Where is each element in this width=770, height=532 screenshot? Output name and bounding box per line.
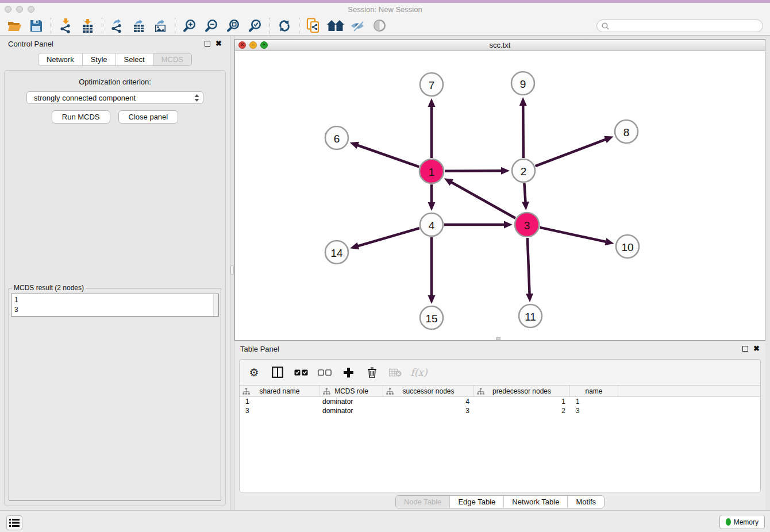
tab-network[interactable]: Network <box>38 53 83 65</box>
table-row[interactable]: 1dominator411 <box>240 397 760 406</box>
column-header-mcds-role[interactable]: MCDS role <box>320 385 383 396</box>
select-all-columns-button[interactable] <box>294 365 309 380</box>
minimize-window-button[interactable] <box>16 6 23 13</box>
zoom-in-button[interactable] <box>179 17 201 34</box>
manage-networks-button[interactable] <box>303 17 325 34</box>
tab-edge-table[interactable]: Edge Table <box>450 496 504 508</box>
node-7[interactable]: 7 <box>420 73 443 96</box>
network-canvas[interactable]: 1234678910111415 <box>235 51 765 340</box>
cell-shared-name[interactable]: 3 <box>240 406 320 415</box>
function-builder-button[interactable]: f(x) <box>411 365 426 380</box>
edge-3-11[interactable] <box>526 238 533 302</box>
network-resize-grip[interactable] <box>496 337 500 340</box>
memory-button[interactable]: Memory <box>719 515 765 529</box>
search-field[interactable] <box>596 20 763 32</box>
node-8[interactable]: 8 <box>615 120 638 143</box>
panel-splitter[interactable] <box>230 36 234 510</box>
deselect-all-columns-button[interactable] <box>317 365 332 380</box>
import-table-button[interactable] <box>76 17 98 34</box>
tab-mcds[interactable]: MCDS <box>153 53 191 65</box>
birdseye-view-button[interactable] <box>368 17 390 34</box>
splitter-grip[interactable] <box>230 265 234 275</box>
edge-4-14[interactable] <box>350 228 419 249</box>
toolbar-separator <box>270 18 270 34</box>
edge-4-3[interactable] <box>444 221 513 229</box>
node-3[interactable]: 3 <box>515 213 539 237</box>
close-window-button[interactable] <box>5 6 11 13</box>
delete-table-button[interactable] <box>388 365 403 380</box>
zoom-window-button[interactable] <box>28 6 34 13</box>
close-panel-button[interactable]: Close panel <box>118 110 179 124</box>
export-image-button[interactable] <box>149 17 171 34</box>
export-network-button[interactable] <box>106 17 128 34</box>
cell-mcds-role[interactable]: dominator <box>320 397 383 406</box>
edge-1-7[interactable] <box>428 98 436 158</box>
table-settings-button[interactable]: ⚙ <box>247 365 261 380</box>
node-9[interactable]: 9 <box>511 72 534 95</box>
float-panel-icon[interactable] <box>205 41 210 47</box>
node-4[interactable]: 4 <box>420 213 443 236</box>
cell-shared-name[interactable]: 1 <box>240 397 320 406</box>
edge-4-15[interactable] <box>428 237 436 304</box>
node-6[interactable]: 6 <box>325 126 348 149</box>
edge-3-1[interactable] <box>444 178 515 218</box>
save-session-button[interactable] <box>25 17 47 34</box>
node-10[interactable]: 10 <box>616 235 639 258</box>
cell-predecessor-nodes[interactable]: 1 <box>474 397 570 406</box>
tab-network-table[interactable]: Network Table <box>504 496 568 508</box>
result-scrollbar[interactable] <box>213 294 218 316</box>
node-11[interactable]: 11 <box>519 304 542 327</box>
cell-name[interactable]: 3 <box>570 406 618 415</box>
node-14[interactable]: 14 <box>325 241 348 264</box>
zoom-out-button[interactable] <box>201 17 222 34</box>
import-network-button[interactable] <box>55 17 76 34</box>
column-header-predecessor-nodes[interactable]: predecessor nodes <box>474 385 570 396</box>
apply-layout-button[interactable] <box>274 17 295 34</box>
node-15[interactable]: 15 <box>420 306 443 329</box>
edge-2-3[interactable] <box>522 183 529 210</box>
cell-successor-nodes[interactable]: 4 <box>383 397 474 406</box>
add-row-button[interactable] <box>341 365 356 380</box>
search-input[interactable] <box>611 21 763 31</box>
mcds-result-text[interactable]: 13 <box>11 294 219 317</box>
network-maximize-button[interactable]: + <box>260 41 268 49</box>
edge-1-4[interactable] <box>428 184 436 211</box>
zoom-selected-button[interactable] <box>244 17 266 34</box>
delete-row-button[interactable] <box>364 365 379 380</box>
close-table-panel-icon[interactable]: ✖ <box>753 346 760 352</box>
export-table-button[interactable] <box>128 17 149 34</box>
control-panel-header: Control Panel ✖ <box>0 36 230 52</box>
column-header-name[interactable]: name <box>570 385 618 396</box>
tab-style[interactable]: Style <box>83 53 116 65</box>
edge-2-9[interactable] <box>519 97 527 158</box>
tab-select[interactable]: Select <box>116 53 153 65</box>
edge-3-10[interactable] <box>540 228 614 245</box>
cell-mcds-role[interactable]: dominator <box>320 406 383 415</box>
hide-graphics-details-button[interactable] <box>346 17 368 34</box>
table-row[interactable]: 3dominator323 <box>240 406 760 415</box>
cell-name[interactable]: 1 <box>570 397 618 406</box>
edge-1-6[interactable] <box>350 142 419 167</box>
open-session-button[interactable] <box>3 17 25 34</box>
float-table-panel-icon[interactable] <box>742 346 748 352</box>
cell-successor-nodes[interactable]: 3 <box>383 406 474 415</box>
network-close-button[interactable]: ✕ <box>238 41 246 49</box>
tab-node-table[interactable]: Node Table <box>396 496 451 508</box>
optimization-criterion-select[interactable]: strongly connected component <box>26 91 203 104</box>
edge-1-2[interactable] <box>445 167 510 175</box>
column-header-shared-name[interactable]: shared name <box>240 385 320 396</box>
column-header-successor-nodes[interactable]: successor nodes <box>383 385 474 396</box>
show-all-panels-button[interactable] <box>325 17 346 34</box>
show-columns-button[interactable] <box>270 365 285 380</box>
tab-motifs[interactable]: Motifs <box>568 496 604 508</box>
close-panel-icon[interactable]: ✖ <box>215 41 222 47</box>
node-label: 8 <box>623 126 630 138</box>
edge-2-8[interactable] <box>536 136 614 166</box>
node-2[interactable]: 2 <box>512 159 535 182</box>
zoom-fit-button[interactable] <box>222 17 244 34</box>
node-1[interactable]: 1 <box>419 159 444 183</box>
cell-predecessor-nodes[interactable]: 2 <box>474 406 570 415</box>
run-mcds-button[interactable]: Run MCDS <box>52 110 110 124</box>
task-history-button[interactable] <box>6 515 22 530</box>
network-minimize-button[interactable]: − <box>249 41 257 49</box>
